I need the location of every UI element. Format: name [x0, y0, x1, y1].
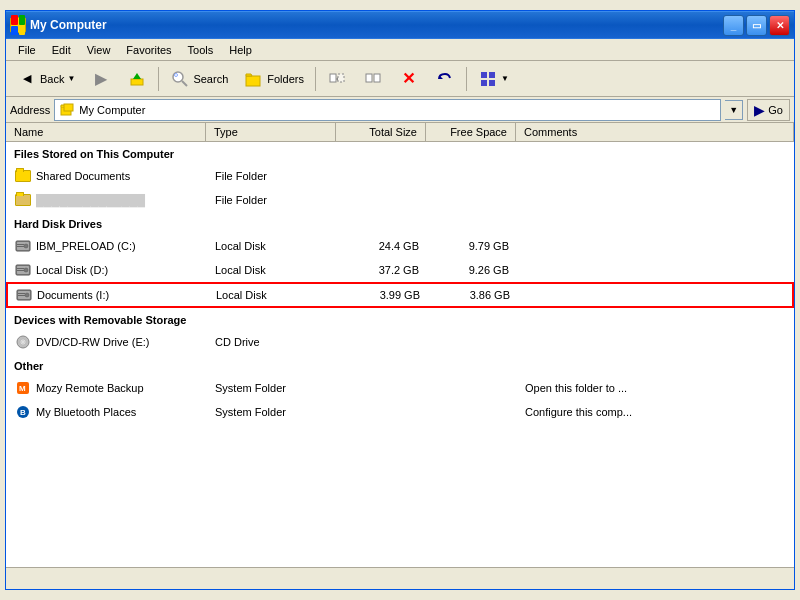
svg-rect-13: [489, 72, 495, 78]
list-item[interactable]: IBM_PRELOAD (C:) Local Disk 24.4 GB 9.79…: [6, 234, 794, 258]
col-header-type[interactable]: Type: [206, 123, 336, 141]
item-name-shared-docs: Shared Documents: [7, 166, 207, 186]
item-free-d: 9.26 GB: [427, 262, 517, 278]
up-button[interactable]: [120, 65, 154, 93]
menu-help[interactable]: Help: [221, 42, 260, 58]
folders-button[interactable]: Folders: [237, 65, 311, 93]
svg-line-3: [182, 81, 187, 86]
move-button[interactable]: [320, 65, 354, 93]
close-button[interactable]: ✕: [769, 15, 790, 36]
list-item[interactable]: Documents (I:) Local Disk 3.99 GB 3.86 G…: [6, 282, 794, 308]
item-free-ibm: 9.79 GB: [427, 238, 517, 254]
svg-rect-6: [330, 74, 336, 82]
section-header-removable: Devices with Removable Storage: [6, 308, 794, 330]
svg-rect-31: [18, 293, 25, 294]
undo-icon: [435, 69, 455, 89]
svg-rect-15: [489, 80, 495, 86]
svg-rect-14: [481, 80, 487, 86]
item-name-dvd: DVD/CD-RW Drive (E:): [7, 332, 207, 352]
cd-icon: [15, 334, 31, 350]
go-button[interactable]: ▶ Go: [747, 99, 790, 121]
col-header-total[interactable]: Total Size: [336, 123, 426, 141]
item-total-blurred: [337, 198, 427, 202]
search-button[interactable]: Search: [163, 65, 235, 93]
views-button[interactable]: ▼: [471, 65, 516, 93]
item-comments-dvd: [517, 340, 793, 344]
go-label: Go: [768, 104, 783, 116]
title-bar-buttons: _ ▭ ✕: [723, 15, 790, 36]
col-header-comments[interactable]: Comments: [516, 123, 794, 141]
svg-rect-5: [246, 76, 260, 86]
status-bar: [6, 567, 794, 589]
list-item[interactable]: B My Bluetooth Places System Folder Conf…: [6, 400, 794, 424]
list-item[interactable]: ██████████████ File Folder: [6, 188, 794, 212]
list-item[interactable]: Local Disk (D:) Local Disk 37.2 GB 9.26 …: [6, 258, 794, 282]
item-type-bluetooth: System Folder: [207, 404, 337, 420]
item-comments-ibm: [517, 244, 793, 248]
item-total-dvd: [337, 340, 427, 344]
address-bar: Address My Computer ▼ ▶ Go: [6, 97, 794, 123]
address-text: My Computer: [79, 104, 716, 116]
address-input-wrap[interactable]: My Computer: [54, 99, 721, 121]
svg-marker-1: [133, 73, 141, 79]
list-item[interactable]: Shared Documents File Folder: [6, 164, 794, 188]
svg-point-2: [173, 72, 183, 82]
menu-file[interactable]: File: [10, 42, 44, 58]
copy-icon: [363, 69, 383, 89]
item-total-ibm: 24.4 GB: [337, 238, 427, 254]
folders-icon: [244, 69, 264, 89]
svg-point-35: [22, 341, 24, 343]
item-name-bluetooth: B My Bluetooth Places: [7, 402, 207, 422]
back-label: Back: [40, 73, 64, 85]
item-comments-blurred: [517, 198, 793, 202]
item-free-bluetooth: [427, 410, 517, 414]
copy-button[interactable]: [356, 65, 390, 93]
item-comments-d: [517, 268, 793, 272]
go-arrow-icon: ▶: [754, 102, 765, 118]
forward-button[interactable]: ▶: [84, 65, 118, 93]
search-label: Search: [193, 73, 228, 85]
undo-button[interactable]: [428, 65, 462, 93]
col-header-name[interactable]: Name: [6, 123, 206, 141]
address-label: Address: [10, 104, 50, 116]
item-free-shared-docs: [427, 174, 517, 178]
menu-favorites[interactable]: Favorites: [118, 42, 179, 58]
menu-tools[interactable]: Tools: [180, 42, 222, 58]
svg-rect-22: [17, 246, 24, 247]
window: My Computer _ ▭ ✕ File Edit View Favorit…: [5, 10, 795, 590]
item-comments-i: [518, 293, 792, 297]
views-icon: [478, 69, 498, 89]
column-header: Name Type Total Size Free Space Comments: [6, 123, 794, 142]
item-name-mozy: M Mozy Remote Backup: [7, 378, 207, 398]
item-total-shared-docs: [337, 174, 427, 178]
title-bar: My Computer _ ▭ ✕: [6, 11, 794, 39]
svg-rect-26: [17, 268, 24, 269]
address-dropdown-button[interactable]: ▼: [725, 100, 743, 120]
mozy-icon: M: [15, 380, 31, 396]
list-item[interactable]: M Mozy Remote Backup System Folder Open …: [6, 376, 794, 400]
item-type-shared-docs: File Folder: [207, 168, 337, 184]
section-header-hdd: Hard Disk Drives: [6, 212, 794, 234]
bluetooth-icon: B: [15, 404, 31, 420]
svg-rect-10: [374, 74, 380, 82]
back-dropdown-icon: ▼: [67, 74, 75, 83]
svg-point-25: [24, 268, 28, 272]
svg-rect-27: [17, 270, 24, 271]
menu-edit[interactable]: Edit: [44, 42, 79, 58]
col-header-free[interactable]: Free Space: [426, 123, 516, 141]
toolbar-separator-3: [466, 67, 467, 91]
hdd-icon-c: [15, 238, 31, 254]
item-free-dvd: [427, 340, 517, 344]
svg-rect-21: [17, 244, 24, 245]
item-total-d: 37.2 GB: [337, 262, 427, 278]
list-item[interactable]: DVD/CD-RW Drive (E:) CD Drive: [6, 330, 794, 354]
folders-label: Folders: [267, 73, 304, 85]
restore-button[interactable]: ▭: [746, 15, 767, 36]
item-total-i: 3.99 GB: [338, 287, 428, 303]
back-button[interactable]: ◀ Back ▼: [10, 65, 82, 93]
menu-view[interactable]: View: [79, 42, 119, 58]
minimize-button[interactable]: _: [723, 15, 744, 36]
item-type-ibm: Local Disk: [207, 238, 337, 254]
title-bar-left: My Computer: [10, 17, 107, 33]
delete-button[interactable]: ✕: [392, 65, 426, 93]
